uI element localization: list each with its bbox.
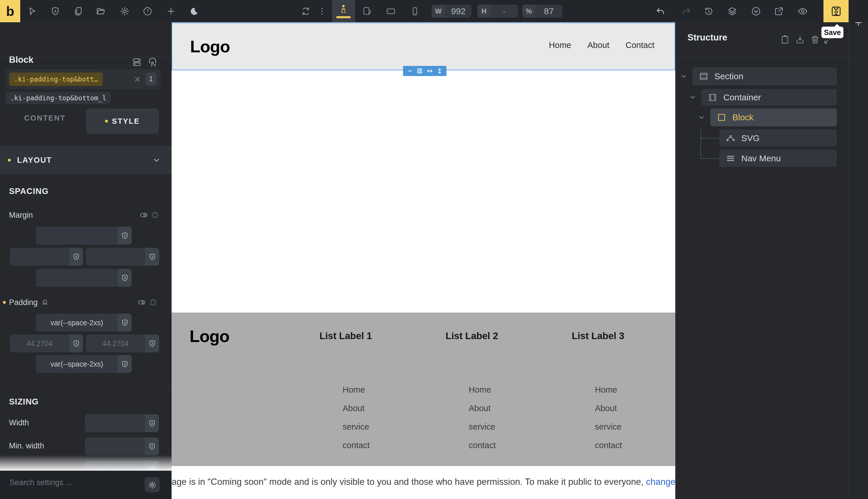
- chevron-down-icon[interactable]: [689, 93, 697, 101]
- toggle-icon[interactable]: [140, 211, 148, 219]
- select-mode-button[interactable]: [24, 0, 40, 22]
- css-unit-button[interactable]: 3: [118, 269, 132, 287]
- layers-button[interactable]: [724, 0, 740, 22]
- footer-link[interactable]: contact: [469, 441, 496, 450]
- css-unit-button[interactable]: 3: [118, 227, 132, 245]
- secondary-class-pill[interactable]: .ki-padding-top&bottom_l: [5, 92, 111, 104]
- eye-icon: [797, 6, 808, 16]
- footer-section[interactable]: Logo List Label 1 List Label 2 List Labe…: [171, 313, 675, 466]
- tree-node-svg[interactable]: SVG: [719, 130, 837, 147]
- css-classes-button[interactable]: 3: [47, 0, 63, 22]
- search-input[interactable]: [9, 478, 130, 487]
- footer-link[interactable]: Home: [595, 385, 617, 394]
- arrows-horizontal-icon[interactable]: [427, 68, 433, 74]
- tablet-rotate-icon: [362, 7, 372, 16]
- pages-button[interactable]: [70, 0, 86, 22]
- footer-link[interactable]: About: [343, 404, 365, 413]
- min-width-input[interactable]: [85, 437, 145, 455]
- nav-link-about[interactable]: About: [587, 40, 609, 50]
- css-unit-button[interactable]: 3: [145, 334, 159, 352]
- margin-bottom-input[interactable]: [36, 269, 118, 287]
- breakpoint-desktop-button[interactable]: [332, 0, 355, 22]
- css-unit-button[interactable]: 3: [118, 314, 132, 332]
- css-unit-button[interactable]: 3: [145, 437, 159, 455]
- breakdance-builder-window: b 3 ? W 992 H - % 87: [0, 0, 868, 499]
- more-dots-icon: [318, 7, 326, 16]
- css-unit-button[interactable]: 3: [145, 414, 159, 432]
- refresh-button[interactable]: [298, 0, 314, 22]
- layout-section-label: LAYOUT: [17, 156, 52, 165]
- chevron-down-icon[interactable]: [407, 68, 413, 74]
- more-options-button[interactable]: [314, 0, 330, 22]
- footer-link[interactable]: Home: [469, 385, 491, 394]
- add-element-button[interactable]: [163, 0, 179, 22]
- tree-node-section[interactable]: Section: [692, 68, 837, 85]
- toggles-icon[interactable]: [132, 57, 142, 68]
- save-button[interactable]: [823, 0, 848, 22]
- help-button[interactable]: ?: [140, 0, 156, 22]
- chevron-down-icon[interactable]: [698, 113, 706, 121]
- builder-logo-button[interactable]: b: [0, 0, 20, 22]
- breakpoint-phone-button[interactable]: [407, 0, 423, 22]
- css-unit-button[interactable]: 3: [69, 248, 83, 266]
- css-unit-button[interactable]: 3: [69, 334, 83, 352]
- history-button[interactable]: [701, 0, 717, 22]
- padding-top-input[interactable]: [36, 314, 118, 332]
- css-unit-button[interactable]: 3: [118, 355, 132, 373]
- active-class-pill[interactable]: .ki-padding-top&bott…: [9, 73, 103, 86]
- open-site-button[interactable]: [771, 0, 787, 22]
- footer-link[interactable]: About: [469, 404, 491, 413]
- selected-header-section[interactable]: Logo Home About Contact: [171, 23, 675, 70]
- settings-button[interactable]: [117, 0, 133, 22]
- footer-link[interactable]: service: [469, 422, 495, 431]
- margin-top-input[interactable]: [36, 227, 118, 245]
- svg-text:3: 3: [75, 341, 77, 345]
- css-unit-button[interactable]: 3: [145, 248, 159, 266]
- layout-section-header[interactable]: LAYOUT: [0, 146, 171, 174]
- wordpress-button[interactable]: W: [748, 0, 764, 22]
- viewport-zoom-input[interactable]: 87: [536, 4, 562, 17]
- trash-icon[interactable]: [810, 35, 820, 45]
- download-icon[interactable]: [795, 35, 805, 45]
- padding-bottom-input[interactable]: [36, 355, 118, 373]
- redo-button[interactable]: [678, 0, 694, 22]
- search-settings-button[interactable]: [145, 477, 160, 492]
- tree-node-nav-menu[interactable]: Nav Menu: [719, 150, 837, 167]
- margin-right-input[interactable]: [86, 248, 145, 266]
- footer-link[interactable]: contact: [343, 441, 370, 450]
- undo-button[interactable]: [652, 0, 669, 22]
- tab-style[interactable]: STYLE: [86, 108, 159, 134]
- close-icon[interactable]: [133, 75, 142, 83]
- nav-link-home[interactable]: Home: [549, 40, 571, 50]
- columns-icon[interactable]: [417, 68, 423, 74]
- padding-right-input[interactable]: [86, 334, 145, 352]
- width-input[interactable]: [85, 414, 145, 432]
- toggle-icon[interactable]: [138, 298, 146, 307]
- footer-link[interactable]: service: [595, 422, 621, 431]
- clipboard-icon[interactable]: [780, 35, 790, 45]
- preview-button[interactable]: [795, 0, 811, 22]
- folder-button[interactable]: [93, 0, 109, 22]
- breakpoint-tablet-button[interactable]: [359, 0, 375, 22]
- reset-icon[interactable]: [149, 298, 157, 307]
- nav-link-contact[interactable]: Contact: [626, 40, 654, 50]
- padding-left-input[interactable]: [10, 334, 69, 352]
- footer-link[interactable]: Home: [343, 385, 365, 394]
- footer-link[interactable]: service: [343, 422, 369, 431]
- tab-content[interactable]: CONTENT: [17, 114, 72, 123]
- viewport-height-input[interactable]: -: [491, 4, 518, 17]
- tree-node-block-selected[interactable]: Block: [710, 108, 837, 126]
- margin-left-input[interactable]: [10, 248, 69, 266]
- breakpoint-landscape-button[interactable]: [383, 0, 399, 22]
- tree-node-container[interactable]: Container: [701, 89, 837, 106]
- arrows-vertical-icon[interactable]: [437, 68, 443, 74]
- footer-link[interactable]: About: [595, 404, 617, 413]
- change-visibility-link[interactable]: change visibility settings: [646, 477, 675, 487]
- dark-mode-button[interactable]: [186, 0, 202, 22]
- viewport-width-input[interactable]: 992: [445, 4, 472, 17]
- chevron-down-icon[interactable]: [680, 72, 688, 81]
- interaction-tap-icon[interactable]: [147, 57, 158, 68]
- reset-icon[interactable]: [151, 211, 159, 219]
- class-selector-input[interactable]: .ki-padding-top&bott… 1: [5, 69, 160, 89]
- footer-link[interactable]: contact: [595, 441, 622, 450]
